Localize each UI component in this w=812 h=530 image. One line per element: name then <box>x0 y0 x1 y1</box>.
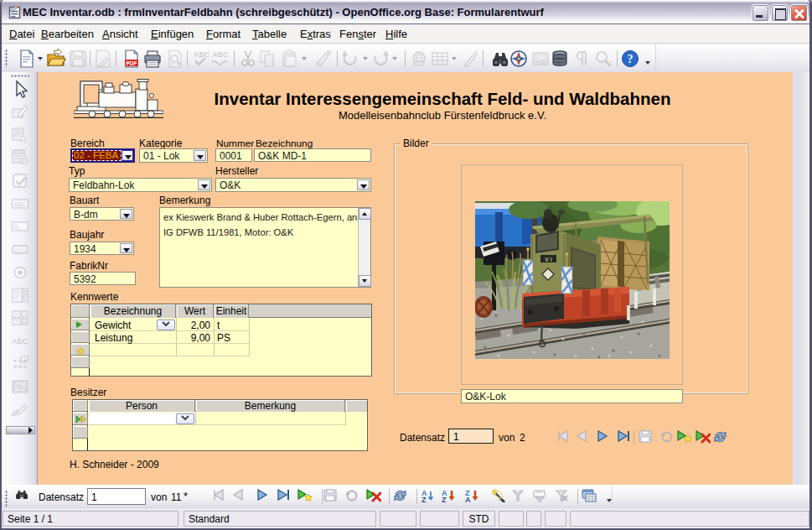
svg-text:ABC: ABC <box>194 50 210 59</box>
svg-text:ABC: ABC <box>12 336 28 346</box>
svg-text:Z: Z <box>422 496 427 502</box>
svg-text:?: ? <box>628 53 634 65</box>
svg-text:Z: Z <box>442 496 447 502</box>
svg-text:V I: V I <box>545 257 552 262</box>
svg-text:#.,: #., <box>14 223 22 231</box>
svg-text:ABC: ABC <box>212 50 229 59</box>
svg-text:PDF: PDF <box>127 60 137 66</box>
svg-text:A: A <box>465 496 471 502</box>
svg-text:ABC: ABC <box>14 201 26 207</box>
